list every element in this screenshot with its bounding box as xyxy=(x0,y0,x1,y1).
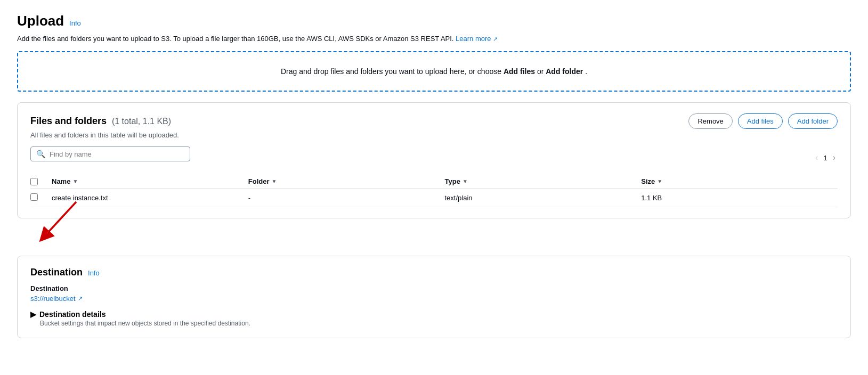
destination-section-header: Destination Info xyxy=(30,267,838,278)
destination-label-text: Destination xyxy=(30,284,838,292)
files-count-label: (1 total, 1.1 KB) xyxy=(112,117,171,126)
destination-details-toggle[interactable]: ▶ Destination details xyxy=(30,310,838,319)
add-files-button[interactable]: Add files xyxy=(738,113,783,129)
row-checkbox-cell xyxy=(30,193,52,202)
search-input[interactable] xyxy=(50,150,184,158)
search-icon: 🔍 xyxy=(36,150,45,158)
row-checkbox[interactable] xyxy=(30,193,38,201)
name-sort-icon[interactable]: ▼ xyxy=(72,178,78,184)
destination-details: ▶ Destination details Bucket settings th… xyxy=(30,310,838,327)
drop-zone[interactable]: Drag and drop files and folders you want… xyxy=(17,51,851,92)
col-header-type: Type ▼ xyxy=(445,177,642,185)
cell-type: text/plain xyxy=(445,194,642,202)
destination-value-link[interactable]: s3://ruelbucket xyxy=(30,295,838,303)
destination-section: Destination Info Destination s3://ruelbu… xyxy=(17,256,851,338)
page-header: Upload Info xyxy=(17,13,851,29)
col-header-name: Name ▼ xyxy=(52,177,248,185)
pagination-prev[interactable]: ‹ xyxy=(813,153,820,162)
folder-sort-icon[interactable]: ▼ xyxy=(271,178,277,184)
destination-title: Destination xyxy=(30,267,83,278)
table-header-row: Name ▼ Folder ▼ Type ▼ Size ▼ xyxy=(30,174,838,189)
files-section-title: Files and folders xyxy=(30,116,107,126)
chevron-right-icon: ▶ xyxy=(30,310,36,319)
drop-zone-add-files[interactable]: Add files xyxy=(504,67,535,76)
files-section-subtitle: All files and folders in this table will… xyxy=(30,131,838,139)
type-sort-icon[interactable]: ▼ xyxy=(463,178,468,184)
destination-info-link[interactable]: Info xyxy=(88,269,100,277)
pagination: ‹ 1 › xyxy=(813,153,838,162)
page-description: Add the files and folders you want to up… xyxy=(17,35,851,43)
page-title: Upload xyxy=(17,13,64,29)
files-section-header: Files and folders (1 total, 1.1 KB) Remo… xyxy=(30,113,838,129)
pagination-page: 1 xyxy=(823,154,827,162)
cell-name: create instance.txt xyxy=(52,194,248,202)
files-section-title-group: Files and folders (1 total, 1.1 KB) xyxy=(30,116,171,127)
drop-zone-text-before: Drag and drop files and folders you want… xyxy=(281,67,504,76)
search-bar[interactable]: 🔍 xyxy=(30,146,190,161)
size-sort-icon[interactable]: ▼ xyxy=(657,178,662,184)
drop-zone-or: or xyxy=(537,67,546,76)
table-select-all-cell xyxy=(30,178,52,185)
col-header-size: Size ▼ xyxy=(641,177,838,185)
select-all-checkbox[interactable] xyxy=(30,178,38,185)
col-header-folder: Folder ▼ xyxy=(248,177,445,185)
cell-size: 1.1 KB xyxy=(641,194,838,202)
files-section: Files and folders (1 total, 1.1 KB) Remo… xyxy=(17,102,851,218)
cell-folder: - xyxy=(248,194,445,202)
pagination-next[interactable]: › xyxy=(831,153,838,162)
drop-zone-text-after: . xyxy=(585,67,587,76)
destination-details-subtitle: Bucket settings that impact new objects … xyxy=(30,320,838,327)
files-header-actions: Remove Add files Add folder xyxy=(688,113,838,129)
destination-label: Destination s3://ruelbucket xyxy=(30,284,838,303)
drop-zone-add-folder[interactable]: Add folder xyxy=(546,67,583,76)
files-table: Name ▼ Folder ▼ Type ▼ Size ▼ create ins… xyxy=(30,174,838,207)
page-info-link[interactable]: Info xyxy=(69,19,81,27)
table-row: create instance.txt - text/plain 1.1 KB xyxy=(30,189,838,207)
learn-more-link[interactable]: Learn more xyxy=(456,35,498,43)
remove-button[interactable]: Remove xyxy=(688,113,732,129)
add-folder-button[interactable]: Add folder xyxy=(788,113,838,129)
